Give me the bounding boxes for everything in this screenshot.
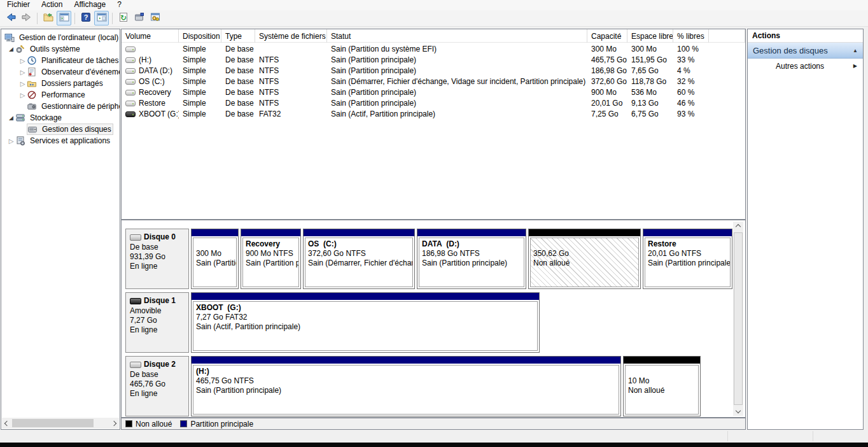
column-header-syst-me-de-fichiers[interactable]: Système de fichiers (255, 29, 327, 43)
volume-row-restore[interactable]: RestoreSimpleDe baseNTFSSain (Partition … (122, 98, 745, 109)
cell-syst-me-de-fichiers: FAT32 (255, 109, 327, 120)
tree-collapsed-icon[interactable]: ▷ (18, 80, 27, 87)
help-button[interactable]: ? (78, 11, 93, 25)
forward-icon (21, 11, 32, 25)
show-console-tree-button[interactable] (57, 11, 71, 25)
menu-fichier[interactable]: Fichier (1, 0, 36, 10)
partition-size: 7,27 Go FAT32 (196, 313, 535, 322)
volume-row-recovery[interactable]: RecoverySimpleDe baseNTFSSain (Partition… (122, 87, 745, 98)
back-button[interactable] (3, 11, 18, 25)
disk-label-disque-2[interactable]: Disque 2De base465,76 GoEn ligne (125, 356, 189, 416)
partition-xboot-g[interactable]: XBOOT (G:)7,27 Go FAT32Sain (Actif, Part… (191, 292, 540, 353)
partition-status: Sain (Partition principale) (648, 259, 727, 268)
sidebar-item-performance[interactable]: ▷Performance (1, 89, 120, 101)
manage-button[interactable] (148, 11, 162, 25)
tree-item-content: Planificateur de tâches (27, 55, 120, 66)
cell-libres: 100 % (673, 44, 709, 55)
partition-300-mo[interactable]: 300 MoSain (Partition du système EFI) (191, 229, 239, 289)
cell-capacit: 900 Mo (587, 87, 627, 98)
sidebar-item-services-et-applications[interactable]: ▷Services et applications (1, 135, 120, 146)
forward-button[interactable] (19, 11, 34, 25)
graphical-vertical-scrollbar[interactable] (733, 222, 743, 416)
cell-libres: 60 % (673, 87, 709, 98)
graphical-scrollbar-thumb[interactable] (734, 232, 743, 405)
console-tree: Gestion de l'ordinateur (local)◢Outils s… (1, 32, 120, 146)
tree-expanded-icon[interactable]: ◢ (7, 115, 15, 121)
column-header-capacit[interactable]: Capacité (587, 29, 627, 43)
partition-data-d[interactable]: DATA (D:)186,98 Go NTFSSain (Partition p… (417, 229, 526, 289)
sidebar-item-planificateur-de-t-ches[interactable]: ▷Planificateur de tâches (1, 55, 120, 66)
partition-h[interactable]: (H:)465,75 Go NTFSSain (Partition princi… (191, 356, 621, 416)
volume-row-xboot-g[interactable]: XBOOT (G:)SimpleDe baseFAT32Sain (Actif,… (122, 109, 745, 120)
column-header-type[interactable]: Type (221, 29, 255, 43)
volume-table-header: VolumeDispositionTypeSystème de fichiers… (122, 29, 745, 43)
tree-collapsed-icon[interactable]: ▷ (7, 138, 15, 145)
partition-size: 372,60 Go NTFS (308, 249, 410, 259)
shared-folders-icon (27, 78, 38, 89)
partition-info: 350,62 GoNon alloué (530, 238, 639, 287)
tree-collapsed-icon[interactable]: ▷ (18, 69, 27, 76)
tree-horizontal-scrollbar[interactable] (2, 418, 119, 429)
action-item-autres-actions[interactable]: Autres actions▶ (748, 59, 863, 73)
volume-row-efi[interactable]: SimpleDe baseSain (Partition du système … (122, 44, 745, 55)
disk-name-text: Disque 1 (144, 296, 176, 306)
column-header-volume[interactable]: Volume (122, 29, 179, 43)
unallocated-space[interactable]: 10 MoNon alloué (623, 356, 701, 416)
export-list-button[interactable] (41, 11, 55, 25)
column-header-espace-libre[interactable]: Espace libre (627, 29, 673, 43)
scroll-right-arrow-icon[interactable] (109, 418, 119, 429)
actions-items: Autres actions▶ (748, 59, 863, 73)
disk-size: 931,39 Go (130, 252, 185, 262)
refresh-button[interactable]: ↻ (116, 11, 130, 25)
volume-row-os-c[interactable]: OS (C:)SimpleDe baseNTFSSain (Démarrer, … (122, 76, 745, 87)
tree-collapsed-icon[interactable]: ▷ (18, 92, 27, 99)
sidebar-item-stockage[interactable]: ◢Stockage (1, 112, 120, 124)
partition-recovery[interactable]: Recovery900 Mo NTFSSain (Partition princ… (241, 229, 301, 289)
tree-expanded-icon[interactable]: ◢ (7, 46, 15, 52)
partition-restore[interactable]: Restore20,01 Go NTFSSain (Partition prin… (643, 229, 732, 289)
scroll-up-arrow-icon[interactable] (733, 222, 743, 232)
disk-label-disque-1[interactable]: Disque 1Amovible7,27 GoEn ligne (125, 292, 189, 353)
sidebar-item-dossiers-partag-s[interactable]: ▷Dossiers partagés (1, 78, 120, 89)
menu-affichage[interactable]: Affichage (68, 0, 111, 10)
disk-label-disque-0[interactable]: Disque 0De base931,39 GoEn ligne (125, 229, 189, 289)
volume-name: OS (C:) (139, 76, 165, 87)
column-header-statut[interactable]: Statut (327, 29, 587, 43)
hard-disk-icon (130, 362, 141, 368)
show-action-pane-button[interactable] (94, 11, 109, 25)
unallocated-space[interactable]: 350,62 GoNon alloué (528, 229, 641, 289)
sidebar-item-gestion-de-l-ordinateur-local[interactable]: Gestion de l'ordinateur (local) (1, 32, 120, 43)
cell-syst-me-de-fichiers: NTFS (255, 98, 327, 109)
storage-icon (15, 113, 26, 123)
partition-os-c[interactable]: OS (C:)372,60 Go NTFSSain (Démarrer, Fic… (303, 229, 415, 289)
partition-info: 10 MoNon alloué (625, 365, 699, 415)
partition-size: 900 Mo NTFS (246, 249, 296, 259)
cell-volume: OS (C:) (122, 76, 179, 87)
volume-row-h[interactable]: (H:)SimpleDe baseNTFSSain (Partition pri… (122, 55, 745, 66)
tree-scrollbar-thumb[interactable] (12, 419, 94, 427)
show-console-tree-icon (59, 11, 70, 25)
scroll-down-arrow-icon[interactable] (733, 406, 743, 416)
sidebar-item-gestion-des-disques[interactable]: Gestion des disques (1, 124, 120, 135)
scroll-left-arrow-icon[interactable] (2, 418, 12, 429)
properties-button[interactable] (132, 11, 146, 25)
actions-section-disk-management[interactable]: Gestion des disques ▲ (748, 43, 863, 59)
column-header-libres[interactable]: % libres (673, 29, 709, 43)
tree-item-label: Gestion de l'ordinateur (local) (18, 33, 120, 42)
sidebar-item-outils-syst-me[interactable]: ◢Outils système (1, 43, 120, 55)
partition-info: DATA (D:)186,98 Go NTFSSain (Partition p… (419, 238, 524, 287)
volume-row-data-d[interactable]: DATA (D:)SimpleDe baseNTFSSain (Partitio… (122, 66, 745, 76)
tree-item-label: Services et applications (29, 136, 111, 145)
sidebar-item-gestionnaire-de-p-riph-riques[interactable]: Gestionnaire de périphériques (1, 101, 120, 112)
actions-section-label: Gestion des disques (753, 46, 828, 55)
menu-blank[interactable]: ? (111, 0, 127, 10)
tree-collapsed-icon[interactable]: ▷ (18, 57, 27, 64)
help-icon: ? (80, 11, 92, 25)
menu-action[interactable]: Action (36, 0, 68, 10)
cell-capacit: 7,25 Go (587, 109, 627, 120)
collapse-section-icon[interactable]: ▲ (853, 48, 858, 53)
cell-libres: 4 % (673, 66, 709, 76)
column-header-disposition[interactable]: Disposition (179, 29, 221, 43)
tree-item-label: Observateur d'événements (40, 67, 120, 76)
sidebar-item-observateur-d-v-nements[interactable]: ▷Observateur d'événements (1, 66, 120, 78)
